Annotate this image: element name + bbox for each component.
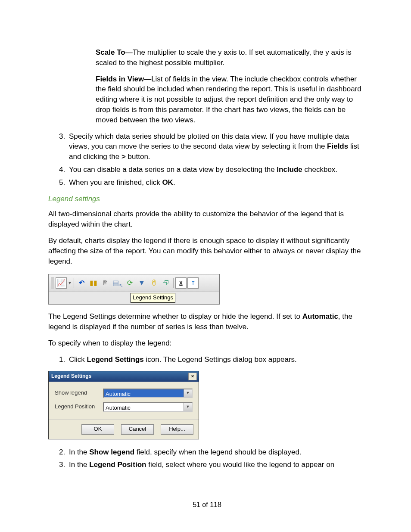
paragraph: The Legend Settings determine whether to… [48, 311, 366, 332]
database-icon[interactable]: 🛢 [148, 277, 159, 289]
show-legend-label: Show legend [55, 389, 103, 397]
chart-type-icon[interactable]: 📈 [56, 277, 67, 289]
bar-chart-icon[interactable]: ▮▮ [88, 277, 99, 289]
tooltip: Legend Settings [131, 293, 175, 302]
term: Scale To [96, 48, 125, 56]
separator [173, 278, 174, 288]
page-icon[interactable]: 🗎 [100, 277, 111, 289]
filter-icon[interactable]: ▼ [136, 277, 147, 289]
close-button[interactable]: × [188, 373, 197, 380]
dropdown-arrow-icon[interactable]: ▼ [68, 280, 72, 286]
legend-settings-dialog: Legend Settings × Show legend Automatic … [48, 371, 199, 439]
legend-position-label: Legend Position [55, 403, 103, 411]
list-item: In the Legend Position field, select whe… [67, 460, 366, 470]
page-number: 51 of 118 [48, 500, 366, 510]
dialog-title: Legend Settings [51, 373, 91, 380]
text-icon[interactable]: T [187, 277, 199, 289]
show-legend-select[interactable]: Automatic ▼ [103, 389, 193, 398]
legend-settings-icon[interactable]: ▤↖ [112, 277, 123, 289]
select-value: Automatic [104, 389, 184, 397]
ordered-list-2-cont: In the Show legend field, specify when t… [48, 447, 366, 470]
cancel-button[interactable]: Cancel [121, 424, 154, 435]
list-item: In the Show legend field, specify when t… [67, 447, 366, 457]
dropdown-arrow-icon[interactable]: ▼ [184, 389, 192, 397]
list-item: Specify which data series should be plot… [67, 131, 366, 162]
list-item: Click Legend Settings icon. The Legend S… [67, 355, 366, 365]
dropdown-arrow-icon[interactable]: ▼ [184, 403, 192, 411]
definition-scale-to: Scale To—The multiplier to scale the y a… [96, 47, 366, 68]
undo-icon[interactable]: ↶ [76, 277, 87, 289]
toolbar-figure: 📈 ▼ ↶ ▮▮ 🗎 ▤↖ ⟳ ▼ 🛢 🗗 X T Legend Setting… [48, 274, 220, 305]
ordered-list-1: Specify which data series should be plot… [48, 131, 366, 188]
section-heading: Legend settings [48, 194, 366, 204]
ordered-list-2: Click Legend Settings icon. The Legend S… [48, 355, 366, 365]
list-item: You can disable a data series on a data … [67, 165, 366, 175]
list-item: When you are finished, click OK. [67, 177, 366, 188]
refresh-icon[interactable]: ⟳ [124, 277, 135, 289]
select-value: Automatic [104, 403, 184, 411]
toolbar: 📈 ▼ ↶ ▮▮ 🗎 ▤↖ ⟳ ▼ 🛢 🗗 X T [49, 274, 219, 292]
dialog-titlebar: Legend Settings × [49, 371, 199, 382]
paragraph: By default, charts display the legend if… [48, 236, 366, 266]
toolbar-grip [51, 277, 54, 289]
separator [74, 278, 74, 288]
legend-position-select[interactable]: Automatic ▼ [103, 402, 193, 412]
paragraph: To specify when to display the legend: [48, 338, 366, 348]
tooltip-area: Legend Settings [49, 292, 219, 304]
x-axis-icon[interactable]: X [175, 277, 187, 289]
export-icon[interactable]: 🗗 [160, 277, 171, 289]
definition-fields-in-view: Fields in View—List of fields in the vie… [96, 74, 366, 125]
paragraph: All two-dimensional charts provide the a… [48, 209, 366, 230]
term: Fields in View [96, 75, 144, 83]
ok-button[interactable]: OK [81, 424, 114, 435]
help-button[interactable]: Help... [161, 424, 193, 435]
definition-text: The multiplier to scale the y axis to. I… [96, 48, 352, 67]
